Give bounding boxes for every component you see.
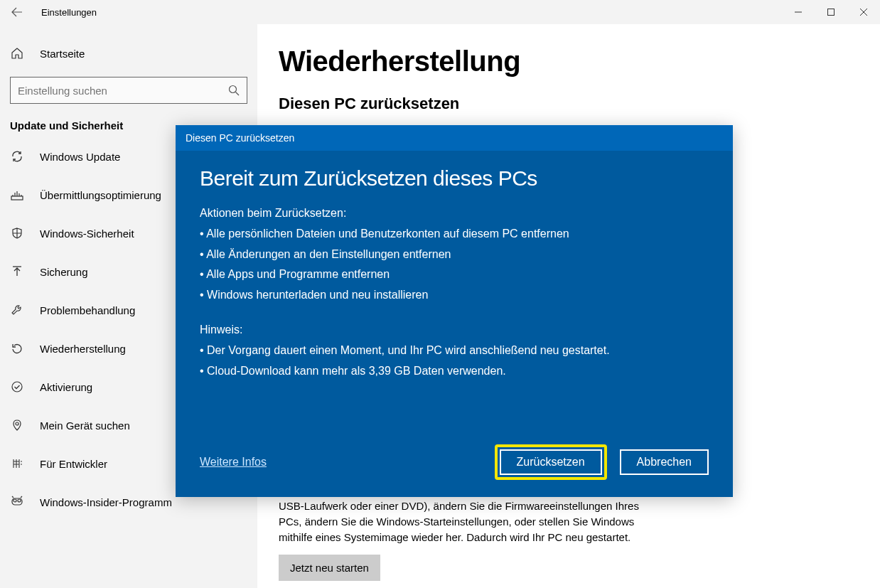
back-button[interactable] bbox=[0, 0, 34, 24]
backup-icon bbox=[10, 265, 24, 278]
sidebar-home[interactable]: Startseite bbox=[0, 34, 257, 73]
window-title: Einstellungen bbox=[41, 7, 97, 18]
cancel-button[interactable]: Abbrechen bbox=[620, 449, 709, 475]
svg-point-1 bbox=[230, 86, 237, 93]
sidebar-item-label: Für Entwickler bbox=[40, 458, 107, 470]
reset-button[interactable]: Zurücksetzen bbox=[500, 449, 602, 475]
shield-icon bbox=[10, 227, 24, 240]
svg-point-5 bbox=[14, 499, 16, 502]
minimize-icon bbox=[795, 9, 802, 16]
dialog-note: • Cloud-Download kann mehr als 3,39 GB D… bbox=[200, 361, 709, 382]
dialog-bullet: • Windows herunterladen und neu installi… bbox=[200, 285, 709, 306]
titlebar: Einstellungen bbox=[0, 0, 880, 24]
svg-rect-2 bbox=[11, 196, 23, 200]
wrench-icon bbox=[10, 304, 24, 316]
sync-icon bbox=[10, 150, 24, 163]
close-button[interactable] bbox=[847, 1, 880, 23]
sidebar-item-label: Mein Gerät suchen bbox=[40, 419, 130, 432]
delivery-icon bbox=[10, 188, 24, 201]
close-icon bbox=[860, 9, 867, 16]
svg-point-3 bbox=[12, 382, 22, 392]
dialog-titlebar: Diesen PC zurücksetzen bbox=[176, 125, 733, 151]
search-input-wrap[interactable] bbox=[10, 77, 247, 104]
home-icon bbox=[10, 47, 24, 60]
sidebar-item-label: Windows Update bbox=[40, 151, 120, 163]
location-icon bbox=[10, 419, 24, 432]
sidebar-item-label: Windows-Sicherheit bbox=[40, 228, 134, 240]
developer-icon bbox=[10, 457, 24, 470]
dialog-note: • Der Vorgang dauert einen Moment, und I… bbox=[200, 341, 709, 361]
maximize-button[interactable] bbox=[815, 1, 847, 23]
sidebar-item-label: Problembehandlung bbox=[40, 304, 135, 316]
dialog-title: Bereit zum Zurücksetzen dieses PCs bbox=[200, 166, 709, 191]
insider-icon bbox=[10, 496, 24, 508]
section-title: Diesen PC zurücksetzen bbox=[279, 95, 852, 113]
page-title: Wiederherstellung bbox=[279, 46, 852, 77]
dialog-bullet: • Alle Apps und Programme entfernen bbox=[200, 264, 709, 285]
sidebar-item-label: Wiederherstellung bbox=[40, 343, 126, 355]
maximize-icon bbox=[827, 9, 835, 16]
sidebar-item-label: Sicherung bbox=[40, 266, 88, 278]
dialog-actions-head: Aktionen beim Zurücksetzen: bbox=[200, 203, 709, 224]
dialog-note-head: Hinweis: bbox=[200, 320, 709, 341]
minimize-button[interactable] bbox=[782, 1, 815, 23]
dialog-bullet: • Alle Änderungen an den Einstellungen e… bbox=[200, 245, 709, 265]
highlight-frame: Zurücksetzen bbox=[495, 444, 607, 480]
svg-point-4 bbox=[16, 422, 18, 425]
sidebar-home-label: Startseite bbox=[40, 48, 85, 60]
svg-rect-0 bbox=[828, 9, 835, 16]
reset-dialog: Diesen PC zurücksetzen Bereit zum Zurück… bbox=[176, 125, 733, 497]
dialog-bullet: • Alle persönlichen Dateien und Benutzer… bbox=[200, 224, 709, 245]
recovery-icon bbox=[10, 342, 24, 355]
sidebar-item-label: Aktivierung bbox=[40, 381, 92, 393]
more-info-link[interactable]: Weitere Infos bbox=[200, 456, 267, 469]
sidebar-item-label: Übermittlungsoptimierung bbox=[40, 189, 161, 201]
svg-point-6 bbox=[18, 499, 21, 502]
advanced-startup-text: USB-Laufwerk oder einer DVD), ändern Sie… bbox=[279, 498, 648, 545]
check-circle-icon bbox=[10, 380, 24, 393]
restart-now-button[interactable]: Jetzt neu starten bbox=[279, 555, 380, 581]
arrow-left-icon bbox=[11, 6, 23, 18]
search-input[interactable] bbox=[18, 85, 228, 97]
search-icon bbox=[228, 85, 240, 96]
sidebar-item-label: Windows-Insider-Programm bbox=[40, 496, 172, 508]
